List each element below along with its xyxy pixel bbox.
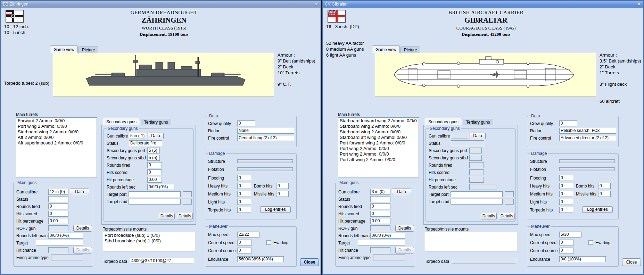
gun-calibre-field[interactable]: 12 in (0) <box>48 189 68 195</box>
evading-checkbox[interactable] <box>588 240 593 245</box>
radar-field[interactable]: None <box>237 128 294 134</box>
sec-hit-percentage-field[interactable]: 0.00 <box>147 177 162 183</box>
sec-guns-stbd-field[interactable]: 5 (5) <box>147 155 160 161</box>
main-turrets-listbox[interactable]: Forward 2 Ammo: 0/0/0Port wing 2 Ammo: 0… <box>16 117 97 177</box>
list-item[interactable]: Port broadside (sub) 1 (0/0) <box>104 233 195 238</box>
list-item[interactable]: Aft 2 Ammo: 0/0/0 <box>17 135 96 140</box>
list-item[interactable]: Starboard aft wing 2 Ammo: 0/0/0 <box>339 135 418 140</box>
missile-hits-field[interactable]: 0 <box>598 191 611 197</box>
heavy-hits-field[interactable]: 0 <box>237 183 251 189</box>
sec-data-button[interactable]: Data <box>148 133 164 139</box>
flooding-field[interactable]: 0 <box>237 175 251 181</box>
target-port-field[interactable] <box>129 191 181 197</box>
heavy-hits-field[interactable]: 0 <box>559 183 573 189</box>
max-speed-field[interactable]: 22/22 <box>237 232 259 238</box>
torpedo-data-field[interactable]: 4300@37/10100@27 <box>130 258 194 264</box>
radar-field[interactable]: Reliable search, FC3 <box>559 128 616 134</box>
rounds-fired-field[interactable]: 0 <box>48 203 68 209</box>
crew-quality-field[interactable]: 0 <box>559 120 577 126</box>
hit-percentage-field[interactable]: 0.00 <box>370 218 390 224</box>
target-stbd-field[interactable] <box>451 199 503 205</box>
tab-secondary-guns[interactable]: Secondary guns <box>103 118 140 125</box>
rof-details-button[interactable]: Details <box>395 225 414 232</box>
gun-data-button[interactable]: Data <box>70 189 89 195</box>
log-entries-button[interactable]: Log entries <box>582 206 613 213</box>
rounds-left-main-field[interactable]: 0/0/0 (0%) <box>48 233 83 239</box>
main-turrets-listbox[interactable]: Starboard forward wing 2 Ammo: 0/0/0Star… <box>338 117 419 177</box>
fire-control-field[interactable]: Advanced director (2 of 2) <box>559 135 616 141</box>
gun-data-button[interactable]: Data <box>392 189 411 195</box>
list-item[interactable]: Stbd broadside (sub) 1 (0/0) <box>104 238 195 244</box>
torpedo-mounts-listbox[interactable]: Port broadside (sub) 1 (0/0)Stbd broadsi… <box>103 232 196 251</box>
endurance-field[interactable]: 0/0 (100%) <box>559 256 606 262</box>
hit-percentage-field[interactable]: 0.00 <box>48 218 68 224</box>
tab-secondary-guns[interactable]: Secondary guns <box>425 118 462 125</box>
target-field[interactable] <box>36 240 83 246</box>
list-item[interactable]: Starboard wing 2 Ammo: 0/0/0 <box>339 129 418 135</box>
sec-details-stbd-button[interactable]: Details <box>177 213 193 219</box>
rof-details-button[interactable]: Details <box>73 225 92 232</box>
tab-game-view[interactable]: Game view <box>372 45 400 53</box>
list-item[interactable]: Port wing 2 Ammo: 0/0/0 <box>339 146 418 151</box>
sec-data-button[interactable]: Data <box>470 133 486 139</box>
close-button[interactable]: Close <box>300 258 319 266</box>
bomb-hits-field[interactable]: 0 <box>598 183 611 189</box>
log-entries-button[interactable]: Log entries <box>260 206 291 213</box>
flooding-field[interactable]: 0 <box>559 175 573 181</box>
rounds-fired-field[interactable]: 0 <box>370 203 390 209</box>
list-item[interactable]: Starboard wing 2 Ammo: 0/0/0 <box>339 124 418 129</box>
close-button[interactable]: Close <box>622 258 641 266</box>
list-item[interactable]: Forward 2 Ammo: 0/0/0 <box>17 118 96 124</box>
bomb-hits-field[interactable]: 0 <box>276 183 289 189</box>
tab-picture[interactable]: Picture <box>401 47 420 53</box>
close-icon[interactable]: ✕ <box>636 1 642 7</box>
medium-hits-field[interactable]: 0 <box>559 191 573 197</box>
sec-details-port-button[interactable]: Details <box>481 213 497 219</box>
torpedo-hits-field[interactable]: 0 <box>237 207 251 213</box>
max-speed-field[interactable]: 5/30 <box>559 232 581 238</box>
sec-rounds-left-field[interactable]: 0/0/0 (0%) <box>147 184 174 190</box>
sec-guns-port-field[interactable]: 5 (5) <box>147 148 160 153</box>
medium-hits-field[interactable]: 0 <box>237 191 251 197</box>
sec-hits-scored-field[interactable]: 0 <box>147 169 162 175</box>
list-item[interactable]: Starboard wing 2 Ammo: 0/0/0 <box>17 129 96 135</box>
torpedo-hits-field[interactable]: 0 <box>559 207 573 213</box>
list-item[interactable]: Port wing 2 Ammo: 0/0/0 <box>339 151 418 157</box>
hits-scored-field[interactable]: 0 <box>370 211 390 217</box>
hits-scored-field[interactable]: 0 <box>48 211 68 217</box>
current-speed-field[interactable]: 0 <box>237 240 252 245</box>
tab-tertiary-guns[interactable]: Tertiary guns <box>141 119 172 125</box>
sec-details-port-button[interactable]: Details <box>159 213 175 219</box>
list-item[interactable]: Aft superimposed 2 Ammo: 0/0/0 <box>17 140 96 146</box>
light-hits-field[interactable]: 0 <box>559 199 573 205</box>
target-field[interactable] <box>358 240 405 246</box>
close-icon[interactable]: ✕ <box>313 1 319 7</box>
light-hits-field[interactable]: 0 <box>237 199 251 205</box>
sec-gun-calibre-field[interactable]: 5 in (-1) <box>129 133 146 139</box>
sec-status-field[interactable]: Deliberate fire <box>129 140 162 146</box>
window-titlebar[interactable]: CV Gibraltar ✕ <box>323 1 643 8</box>
endurance-field[interactable]: 56000/3896 (80%) <box>237 256 284 262</box>
sec-details-stbd-button[interactable]: Details <box>499 213 515 219</box>
list-item[interactable]: Port aft wing 2 Ammo: 0/0/0 <box>339 157 418 162</box>
torpedo-mounts-listbox[interactable] <box>425 232 518 251</box>
sec-rounds-fired-field[interactable]: 0 <box>147 162 162 168</box>
current-course-field[interactable]: 0 <box>559 248 574 253</box>
current-speed-field[interactable]: 0 <box>559 240 574 245</box>
gun-calibre-field[interactable]: 3 in (0) <box>370 189 390 195</box>
missile-hits-field[interactable]: 0 <box>276 191 289 197</box>
window-titlebar[interactable]: BB Zähringen ✕ <box>1 1 321 8</box>
list-item[interactable]: Starboard forward wing 2 Ammo: 0/0/0 <box>339 118 418 124</box>
status-field[interactable]: - <box>370 196 390 202</box>
evading-checkbox[interactable] <box>266 240 271 245</box>
rounds-left-main-field[interactable]: 0/0/0 (0%) <box>370 233 405 239</box>
tab-tertiary-guns[interactable]: Tertiary guns <box>463 119 494 125</box>
target-stbd-field[interactable] <box>129 199 181 205</box>
list-item[interactable]: Port wing 2 Ammo: 0/0/0 <box>17 124 96 129</box>
fire-control-field[interactable]: Central firing (2 of 2) <box>237 135 294 141</box>
crew-quality-field[interactable]: 0 <box>237 120 255 126</box>
target-port-field[interactable] <box>451 191 503 197</box>
tab-game-view[interactable]: Game view <box>50 45 78 53</box>
tab-picture[interactable]: Picture <box>79 47 98 53</box>
list-item[interactable]: Port forward wing 2 Ammo: 0/0/0 <box>339 140 418 146</box>
